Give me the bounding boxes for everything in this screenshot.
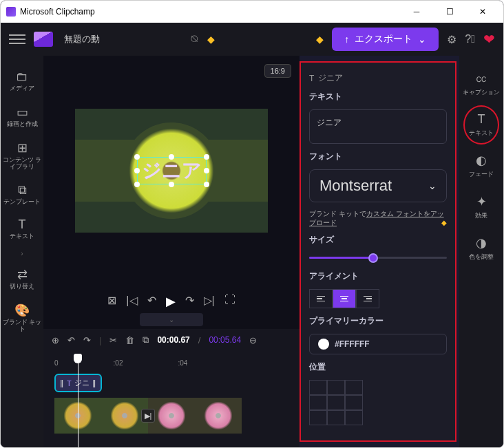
skip-back-button[interactable]: |◁ (126, 294, 137, 309)
fit-icon[interactable]: ⊕ (52, 335, 59, 345)
timeline[interactable]: 0 :02 :04 ‖ T ジニ ‖ ▶| (43, 351, 300, 447)
font-dropdown[interactable]: Montserrat ⌄ (309, 169, 447, 202)
rnav-fade[interactable]: ◐フェード (459, 147, 503, 184)
rewind-button[interactable]: ↶ (147, 294, 156, 309)
section-toggle-icon[interactable]: ⊠ (107, 294, 116, 309)
alignment-label: アライメント (309, 270, 447, 282)
camera-icon: ▭ (17, 105, 28, 120)
align-center-button[interactable] (333, 289, 356, 308)
properties-panel: T ジニア テキスト ジニア フォント Montserrat ⌄ ブランド キッ… (300, 61, 456, 442)
align-right-button[interactable] (356, 289, 379, 308)
text-icon: T (19, 217, 26, 232)
expand-timeline-button[interactable]: ⌄ (140, 313, 203, 326)
export-button[interactable]: ↑ エクスポート ⌄ (332, 28, 439, 51)
pos-bot-right[interactable] (345, 410, 363, 425)
aspect-ratio-button[interactable]: 16:9 (264, 64, 291, 78)
slider-thumb[interactable] (368, 253, 378, 263)
transitions-icon: ⇄ (17, 267, 28, 282)
redo-button[interactable]: ↷ (83, 335, 91, 345)
fade-icon: ◐ (476, 153, 487, 168)
project-title-input[interactable] (61, 32, 182, 47)
ruler-mark: 0 (54, 359, 59, 367)
color-swatch (318, 339, 329, 350)
transition-icon[interactable]: ▶| (141, 409, 155, 423)
premium-badge-icon[interactable]: ◆ (316, 34, 324, 45)
menu-button[interactable] (9, 31, 25, 47)
upload-icon: ↑ (344, 34, 349, 45)
clip-handle-left-icon[interactable]: ‖ (60, 378, 64, 387)
close-button[interactable]: ✕ (468, 1, 498, 23)
preview-area: 16:9 ジニア (43, 56, 300, 286)
position-grid (309, 380, 363, 425)
delete-button[interactable]: 🗑 (125, 335, 134, 345)
pos-mid-right[interactable] (345, 395, 363, 410)
text-icon: T (309, 74, 314, 83)
nav-templates[interactable]: ⧉テンプレート (1, 178, 43, 211)
total-time: 00:05.64 (209, 335, 241, 345)
premium-diamond-icon: ◆ (441, 218, 447, 227)
zoom-out-button[interactable]: ⊖ (249, 335, 257, 345)
minimize-button[interactable]: ─ (401, 1, 432, 23)
text-input[interactable]: ジニア (309, 109, 447, 144)
brand-kit-note: ブランド キットでカスタム フォントをアップロード ◆ (309, 209, 447, 227)
size-label: サイズ (309, 234, 447, 246)
app-title: Microsoft Clipchamp (20, 7, 95, 17)
left-sidebar: 🗀メディア ▭録画と作成 ⊞コンテンツ ライブラリ ⧉テンプレート Tテキスト … (1, 56, 43, 447)
playhead[interactable] (78, 356, 78, 447)
captions-icon: ㏄ (475, 70, 487, 86)
pos-mid-left[interactable] (309, 395, 327, 410)
maximize-button[interactable]: ☐ (434, 1, 465, 23)
nav-brandkit[interactable]: 🎨ブランド キット (1, 297, 43, 339)
forward-button[interactable]: ↷ (185, 294, 194, 309)
duplicate-button[interactable]: ⧉ (143, 334, 149, 345)
settings-icon[interactable]: ⚙ (447, 33, 456, 46)
text-overlay[interactable]: ジニア (137, 157, 207, 184)
split-button[interactable]: ✂ (109, 335, 117, 345)
nav-text[interactable]: Tテキスト (1, 212, 43, 246)
nav-expand[interactable]: › (1, 247, 43, 260)
current-time: 00:00.67 (157, 335, 189, 345)
library-icon: ⊞ (17, 140, 28, 156)
pos-mid-center[interactable] (327, 395, 345, 410)
video-preview[interactable]: ジニア (75, 109, 268, 233)
text-label: テキスト (309, 91, 447, 103)
video-clip-1[interactable] (54, 398, 148, 434)
top-toolbar: ⦰ ◆ ◆ ↑ エクスポート ⌄ ⚙ ?⃝ ❤ (1, 23, 503, 56)
align-left-button[interactable] (309, 289, 333, 308)
undo-button[interactable]: ↶ (67, 335, 75, 345)
rnav-text[interactable]: Tテキスト (459, 107, 503, 143)
video-clip-2[interactable]: ▶| (148, 398, 242, 434)
chevron-down-icon: ⌄ (418, 34, 426, 45)
premium-diamond-icon[interactable]: ◆ (207, 34, 215, 45)
chevron-down-icon: ⌄ (428, 180, 437, 191)
pos-bot-center[interactable] (327, 410, 345, 425)
skip-forward-button[interactable]: ▷| (204, 294, 215, 309)
right-sidebar: ㏄キャプション Tテキスト ◐フェード ✦効果 ◑色を調整 (459, 56, 503, 447)
position-label: 位置 (309, 361, 447, 373)
size-slider[interactable] (309, 253, 447, 264)
playback-controls: ⊠ |◁ ↶ ▶ ↷ ▷| ⛶ (43, 286, 300, 313)
pos-bot-left[interactable] (309, 410, 327, 425)
clip-handle-right-icon[interactable]: ‖ (92, 378, 96, 387)
nav-record[interactable]: ▭録画と作成 (1, 99, 43, 134)
help-icon[interactable]: ?⃝ (465, 33, 475, 45)
rnav-captions[interactable]: ㏄キャプション (459, 64, 503, 103)
play-button[interactable]: ▶ (166, 294, 176, 309)
time-ruler[interactable]: 0 :02 :04 (52, 356, 291, 374)
nav-library[interactable]: ⊞コンテンツ ライブラリ (1, 135, 43, 176)
nav-media[interactable]: 🗀メディア (1, 64, 43, 98)
pos-top-center[interactable] (327, 380, 345, 395)
folder-icon: 🗀 (16, 70, 28, 84)
pos-top-right[interactable] (345, 380, 363, 395)
color-picker-button[interactable]: #FFFFFF (309, 334, 447, 354)
effects-icon: ✦ (476, 194, 487, 209)
rnav-effects[interactable]: ✦効果 (459, 189, 503, 226)
app-logo-icon (6, 7, 16, 17)
pos-top-left[interactable] (309, 380, 327, 395)
favorite-icon[interactable]: ❤ (483, 31, 495, 47)
nav-transitions[interactable]: ⇄切り替え (1, 262, 43, 296)
fullscreen-button[interactable]: ⛶ (224, 294, 235, 309)
visibility-toggle-icon[interactable]: ⦰ (191, 33, 199, 45)
font-label: フォント (309, 151, 447, 162)
rnav-adjust-color[interactable]: ◑色を調整 (459, 230, 503, 267)
